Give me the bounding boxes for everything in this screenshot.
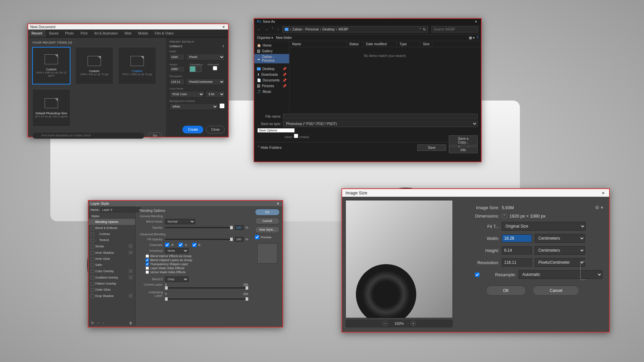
zoom-out-icon[interactable]: −	[382, 321, 388, 326]
close-icon[interactable]: ×	[276, 201, 280, 205]
transparency-shapes-checkbox[interactable]	[146, 262, 149, 266]
chevron-down-icon[interactable]: ˅	[272, 27, 274, 32]
blend-mode-select[interactable]: Normal	[165, 219, 195, 224]
view-icon[interactable]: ▦ ▾	[469, 36, 475, 40]
link-icon[interactable]	[580, 261, 586, 280]
back-icon[interactable]: ←	[257, 27, 261, 32]
style-blending-options[interactable]: Blending Options	[89, 219, 135, 225]
width-unit-select[interactable]: Pixels	[186, 54, 225, 60]
tab-saved[interactable]: Saved	[46, 29, 62, 37]
new-style-button[interactable]: New Style...	[255, 226, 280, 233]
cancel-button[interactable]: Cancel	[533, 286, 579, 296]
sidebar-item-pictures[interactable]: 🖼Pictures📌	[254, 83, 289, 89]
up-icon[interactable]: ↑	[277, 27, 279, 32]
close-icon[interactable]: ×	[600, 190, 606, 195]
preview-checkbox[interactable]	[255, 235, 259, 239]
add-icon[interactable]: +	[129, 251, 132, 254]
orientation-portrait[interactable]	[190, 66, 196, 72]
tab-mobile[interactable]: Mobile	[135, 29, 151, 37]
resolution-input[interactable]	[169, 78, 185, 85]
preset-thumb[interactable]: Custom1920 x 1080 px @ 118.11 ppcm	[32, 47, 70, 84]
width-unit-select[interactable]: Centimeters	[535, 234, 585, 243]
stock-search-input[interactable]	[32, 132, 145, 139]
blendif-select[interactable]: Gray	[165, 277, 189, 282]
help-icon[interactable]: ?	[476, 36, 478, 40]
info-button[interactable]: Info	[449, 147, 478, 153]
channel-b-checkbox[interactable]	[192, 243, 197, 247]
resolution-unit-select[interactable]: Pixels/Centimeter	[186, 78, 225, 85]
preset-name[interactable]: Untitled-2	[169, 45, 182, 48]
underlying-layer-slider[interactable]	[165, 298, 248, 300]
style-inner-shadow[interactable]: Inner Shadow+	[89, 249, 135, 256]
hide-folders-toggle[interactable]: ˄ Hide Folders	[258, 145, 281, 150]
style-drop-shadow[interactable]: Drop Shadow+	[89, 293, 135, 299]
search-input[interactable]	[431, 26, 478, 33]
save-copy-button[interactable]: Save a Copy...	[449, 135, 478, 145]
arrow-down-icon[interactable]: ↓	[102, 321, 104, 325]
add-icon[interactable]: +	[129, 244, 132, 248]
zoom-in-icon[interactable]: +	[411, 321, 416, 326]
gear-icon[interactable]: ⚙ ▾	[595, 205, 603, 210]
save-options-input[interactable]	[258, 128, 294, 132]
channel-g-checkbox[interactable]	[178, 243, 183, 247]
artboards-checkbox[interactable]	[207, 66, 223, 70]
go-button[interactable]: Go	[148, 132, 162, 138]
tab-print[interactable]: Print	[77, 29, 91, 37]
tab-art[interactable]: Art & Illustration	[91, 29, 121, 37]
preset-thumb[interactable]: Custom1456 x 816 px @ 72 ppi	[75, 47, 113, 84]
sidebar-item-gallery[interactable]: 🖼Gallery	[254, 48, 289, 54]
bit-depth-select[interactable]: 8 bit	[206, 91, 225, 98]
blend-interior-checkbox[interactable]	[146, 254, 149, 258]
close-button[interactable]: Close	[206, 126, 225, 133]
layer-mask-hides-checkbox[interactable]	[146, 266, 149, 270]
save-button[interactable]: Save	[417, 144, 446, 151]
tab-photo[interactable]: Photo	[62, 29, 77, 37]
close-icon[interactable]: ×	[221, 25, 226, 29]
add-icon[interactable]: +	[129, 276, 132, 279]
other-checkbox[interactable]	[294, 134, 298, 138]
create-button[interactable]: Create	[182, 126, 203, 133]
export-icon[interactable]: ⇪	[222, 45, 225, 48]
sidebar-item-onedrive[interactable]: ☁Zaklan - Persona	[254, 54, 289, 63]
orientation-landscape[interactable]	[196, 66, 202, 72]
cancel-button[interactable]: Cancel	[255, 218, 280, 224]
style-bevel-emboss[interactable]: Bevel & Emboss	[89, 225, 135, 231]
style-texture[interactable]: Texture	[89, 237, 135, 243]
resample-select[interactable]: Automatic	[519, 270, 602, 279]
blend-clipped-checkbox[interactable]	[146, 258, 149, 262]
preset-thumb[interactable]: Custom2912 x 1632 px @ 72 ppi	[118, 47, 156, 84]
opacity-input[interactable]	[235, 225, 244, 230]
style-gradient-overlay[interactable]: Gradient Overlay+	[89, 274, 135, 281]
sidebar-item-home[interactable]: 🏠Home	[254, 43, 289, 48]
fit-to-select[interactable]: Original Size	[502, 222, 586, 231]
resample-checkbox[interactable]	[462, 273, 492, 277]
add-icon[interactable]: +	[129, 294, 132, 298]
filename-input[interactable]	[283, 114, 478, 119]
breadcrumb[interactable]: ›Zaklan - Personal›Desktop›WEBP˅ ↻	[282, 26, 428, 33]
arrow-up-icon[interactable]: ↑	[97, 321, 99, 325]
width-input[interactable]	[169, 54, 185, 60]
fill-opacity-slider[interactable]	[165, 239, 233, 240]
chevron-down-icon[interactable]: ˅	[502, 214, 507, 218]
fill-opacity-input[interactable]	[235, 237, 244, 242]
style-color-overlay[interactable]: Color Overlay+	[89, 268, 135, 274]
layer-name-input[interactable]	[101, 207, 141, 212]
height-input[interactable]	[169, 66, 185, 72]
style-stroke[interactable]: Stroke+	[89, 243, 135, 249]
color-mode-select[interactable]: RGB Color	[169, 91, 204, 98]
tab-web[interactable]: Web	[121, 29, 135, 37]
ok-button[interactable]: OK	[486, 286, 526, 296]
channel-r-checkbox[interactable]	[165, 243, 169, 247]
forward-icon[interactable]: →	[264, 27, 268, 32]
filetype-select[interactable]: Photoshop (*.PSD;*.PDD;*.PSDT)	[283, 121, 478, 127]
organise-menu[interactable]: Organise ▾	[257, 36, 273, 40]
style-inner-glow[interactable]: Inner Glow	[89, 256, 135, 262]
resolution-unit-select[interactable]: Pixels/Centimeter	[535, 258, 585, 267]
sidebar-item-music[interactable]: 🎵Music	[254, 89, 289, 95]
knockout-select[interactable]: None	[165, 248, 189, 253]
style-satin[interactable]: Satin	[89, 262, 135, 268]
sidebar-item-documents[interactable]: 📄Documents📌	[254, 77, 289, 83]
trash-icon[interactable]: 🗑	[129, 321, 132, 325]
column-headers[interactable]: NameStatusDate modifiedTypeSize	[289, 41, 481, 47]
ok-button[interactable]: OK	[255, 209, 280, 216]
